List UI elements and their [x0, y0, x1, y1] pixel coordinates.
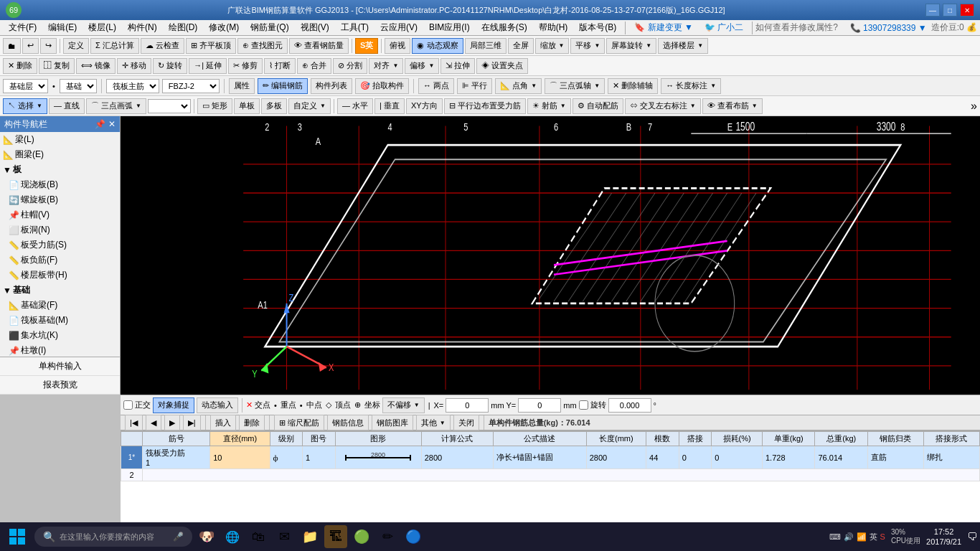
custom-btn[interactable]: 自定义	[288, 98, 331, 114]
delete-row-btn[interactable]: 删除	[239, 415, 265, 430]
single-slab-btn[interactable]: 单板	[234, 98, 260, 114]
notification-btn[interactable]: 🗨	[967, 531, 977, 542]
tree-item-cast-slab[interactable]: 📄 现浇板(B)	[6, 177, 120, 192]
menu-floor[interactable]: 楼层(L)	[83, 20, 122, 35]
stretch-btn[interactable]: ⇲ 拉伸	[440, 58, 475, 74]
taskbar-search[interactable]: 🔍 在这里输入你要搜索的内容 🎤	[34, 527, 192, 547]
menu-file[interactable]: 文件(F)	[3, 20, 42, 35]
define-button[interactable]: 定义	[63, 38, 89, 54]
tree-item-floor-strip[interactable]: 📏 楼层板带(H)	[6, 268, 120, 283]
open-button[interactable]: 🖿	[3, 38, 21, 54]
tray-volume-icon[interactable]: 🔊	[844, 532, 854, 542]
local-3d-button[interactable]: 局部三维	[465, 38, 507, 54]
menu-tools[interactable]: 工具(T)	[335, 20, 374, 35]
scale-rebar-btn[interactable]: ⊞ 缩尺配筋	[274, 415, 324, 430]
menu-guangxiao[interactable]: 🐦 广小二	[699, 20, 749, 35]
tree-item-slab-neg-rebar[interactable]: 📏 板负筋(F)	[6, 253, 120, 268]
multi-slab-btn[interactable]: 多板	[261, 98, 287, 114]
x-coord-input[interactable]	[446, 398, 489, 413]
auto-rebar-btn[interactable]: ⚙ 自动配筋	[573, 98, 623, 114]
cell-diameter[interactable]: 10	[210, 446, 270, 469]
nav-prev-btn[interactable]: ◀	[146, 415, 161, 430]
tree-group-foundation[interactable]: ▼ 基础	[0, 283, 120, 298]
menu-draw[interactable]: 绘图(D)	[163, 20, 204, 35]
menu-modify[interactable]: 修改(M)	[203, 20, 245, 35]
tray-sougou-icon[interactable]: S	[880, 532, 885, 541]
steel-info-btn[interactable]: 钢筋信息	[327, 415, 369, 430]
menu-edit[interactable]: 编辑(E)	[42, 20, 83, 35]
component-list-btn[interactable]: 构件列表	[311, 78, 352, 94]
tree-item-sump[interactable]: ⬛ 集水坑(K)	[6, 328, 120, 343]
english-button[interactable]: S英	[355, 38, 378, 54]
pan-button[interactable]: 平移	[570, 38, 605, 54]
menu-view[interactable]: 视图(V)	[295, 20, 335, 35]
restore-button[interactable]: □	[943, 4, 957, 17]
insert-row-btn[interactable]: 插入	[210, 415, 236, 430]
taskbar-app-explorer[interactable]: 📁	[298, 525, 321, 548]
copy-btn[interactable]: ⿰ 复制	[39, 58, 75, 74]
length-mark-btn[interactable]: ↔ 长度标注	[661, 78, 721, 94]
grip-btn[interactable]: ◈ 设置夹点	[476, 58, 528, 74]
view-steel-button[interactable]: 👁 查看钢筋量	[289, 38, 349, 54]
tray-network-icon[interactable]: 📶	[857, 532, 867, 542]
code-select[interactable]: FBZJ-2	[162, 79, 220, 93]
delete-axis-btn[interactable]: ✕ 删除辅轴	[608, 78, 658, 94]
rotate-btn[interactable]: ↻ 旋转	[153, 58, 187, 74]
tree-item-found-beam[interactable]: 📐 基础梁(F)	[6, 298, 120, 313]
align-slab-button[interactable]: ⊞ 齐平板顶	[186, 38, 236, 54]
reinforcement-type-select[interactable]: 筏板主筋	[106, 79, 159, 93]
floor-select[interactable]: 基础层	[3, 79, 48, 93]
cross-lr-btn[interactable]: ⇔ 交叉左右标注	[625, 98, 701, 114]
dynamic-input-btn[interactable]: 动态输入	[197, 397, 238, 413]
line-type-select[interactable]	[148, 99, 191, 113]
offset-btn[interactable]: 偏移	[405, 58, 439, 74]
taskbar-app-pencil[interactable]: ✏	[376, 525, 399, 548]
redo-button[interactable]: ↪	[40, 38, 57, 54]
break-btn[interactable]: ⌇ 打断	[264, 58, 296, 74]
mirror-btn[interactable]: ⟺ 镜像	[76, 58, 116, 74]
menu-online[interactable]: 在线服务(S)	[476, 20, 533, 35]
cad-canvas[interactable]: 1500 3300 2 3 A1 A 4 5 6 B 7 E 8	[121, 116, 980, 395]
tree-item-slab-hole[interactable]: ⬜ 板洞(N)	[6, 222, 120, 237]
tree-item-raft-found[interactable]: 📄 筏板基础(M)	[6, 313, 120, 328]
taskbar-app-green[interactable]: 🟢	[350, 525, 373, 548]
menu-component[interactable]: 构件(N)	[122, 20, 163, 35]
toolbar-expand-btn[interactable]: »	[971, 100, 977, 113]
nav-last-btn[interactable]: ▶|	[183, 415, 201, 430]
dynamic-view-button[interactable]: ◉ 动态观察	[412, 38, 463, 54]
taskbar-app-game[interactable]: 🏗	[324, 525, 347, 548]
summary-calc-button[interactable]: Σ 汇总计算	[90, 38, 139, 54]
close-table-btn[interactable]: 关闭	[453, 415, 479, 430]
other-table-btn[interactable]: 其他	[416, 415, 451, 430]
horizontal-btn[interactable]: — 水平	[337, 98, 373, 114]
y-coord-input[interactable]	[518, 398, 561, 413]
tree-item-ring-beam[interactable]: 📐 圈梁(E)	[0, 147, 120, 162]
top-view-button[interactable]: 俯视	[385, 38, 410, 54]
tree-item-col-cap[interactable]: 📌 柱帽(V)	[6, 207, 120, 222]
close-button[interactable]: ✕	[960, 4, 974, 17]
single-component-input-btn[interactable]: 单构件输入	[0, 357, 120, 376]
zoom-button[interactable]: 缩放	[535, 38, 570, 54]
parallel-btn[interactable]: ⊫ 平行	[457, 78, 492, 94]
delete-btn[interactable]: ✕ 删除	[3, 58, 37, 74]
pick-component-btn[interactable]: 🎯 抬取构件	[355, 78, 409, 94]
menu-cloud[interactable]: 云应用(V)	[374, 20, 423, 35]
two-point-btn[interactable]: ↔ 两点	[418, 78, 454, 94]
nav-pin-icon[interactable]: 📌	[95, 119, 105, 129]
nav-first-btn[interactable]: |◀	[125, 415, 143, 430]
minimize-button[interactable]: —	[925, 4, 940, 17]
tray-keyboard-icon[interactable]: ⌨	[829, 532, 841, 542]
menu-bim[interactable]: BIM应用(I)	[423, 20, 476, 35]
split-btn[interactable]: ⊘ 分割	[333, 58, 367, 74]
tree-item-spiral-slab[interactable]: 🔄 螺旋板(B)	[6, 192, 120, 207]
windows-logo[interactable]	[3, 522, 32, 551]
select-tool-btn[interactable]: ↖ 选择	[3, 98, 47, 114]
extend-btn[interactable]: →| 延伸	[189, 58, 227, 74]
trim-btn[interactable]: ✂ 修剪	[228, 58, 263, 74]
tree-item-slab-rebar[interactable]: 📏 板受力筋(S)	[6, 237, 120, 253]
object-snap-btn[interactable]: 对象捕捉	[153, 397, 194, 413]
view-rebar-btn[interactable]: 👁 查看布筋	[702, 98, 763, 114]
nav-close-icon[interactable]: ✕	[108, 119, 116, 129]
tree-item-col-base[interactable]: 📌 柱墩(I)	[6, 343, 120, 357]
taskbar-app-blue[interactable]: 🔵	[402, 525, 425, 548]
